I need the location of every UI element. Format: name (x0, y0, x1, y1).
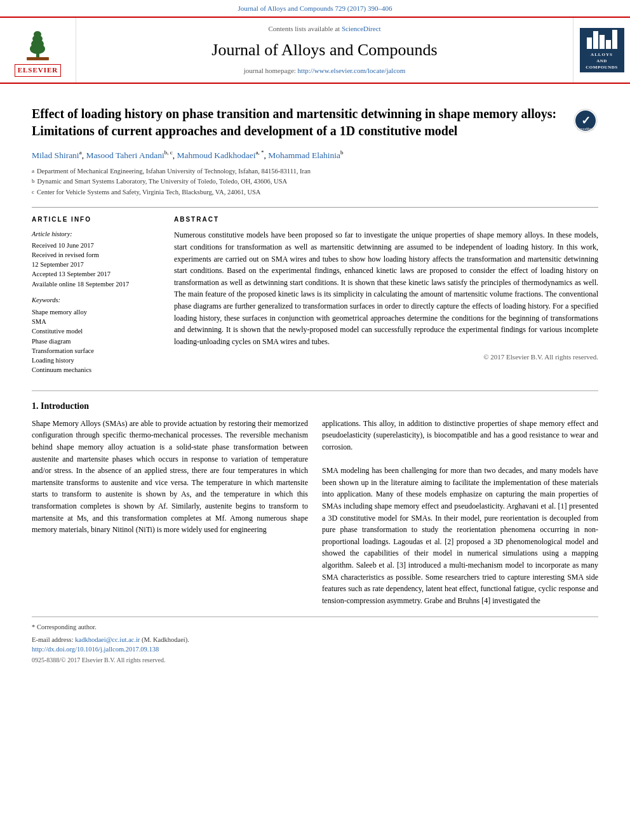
author-1: Milad Shirani (32, 150, 79, 159)
date-online: Available online 18 September 2017 (32, 279, 159, 289)
citation-bar: Journal of Alloys and Compounds 729 (201… (0, 0, 630, 18)
kw-1: Shape memory alloy (32, 307, 159, 317)
alloys-logo-box: ALLOYS AND COMPOUNDS (580, 28, 624, 72)
date-revised: 12 September 2017 (32, 260, 159, 269)
date-received: Received 10 June 2017 (32, 241, 159, 250)
corresponding-email-link[interactable]: kadkhodaei@cc.iut.ac.ir (75, 636, 140, 643)
doi-link[interactable]: http://dx.doi.org/10.1016/j.jallcom.2017… (32, 646, 159, 653)
journal-header: ELSEVIER Contents lists available at Sci… (0, 18, 630, 84)
svg-text:CrossMark: CrossMark (577, 127, 594, 131)
elsevier-tree-icon (14, 23, 62, 62)
kw-3: Constitutive model (32, 326, 159, 336)
article-info-col: ARTICLE INFO Article history: Received 1… (32, 215, 159, 382)
journal-homepage-link[interactable]: http://www.elsevier.com/locate/jalcom (298, 67, 406, 74)
svg-point-4 (34, 31, 41, 37)
logo-bar-2 (593, 31, 598, 49)
section-divider (32, 390, 598, 391)
page-footer: * Corresponding author. E-mail address: … (32, 617, 598, 665)
affil-2: b Dynamic and Smart Systems Laboratory, … (32, 177, 598, 187)
article-info-heading: ARTICLE INFO (32, 215, 159, 225)
corresponding-note: * Corresponding author. (32, 622, 598, 632)
logo-bar-4 (606, 40, 611, 49)
abstract-text: Numerous constitutive models have been p… (174, 229, 598, 347)
keywords-group: Keywords: Shape memory alloy SMA Constit… (32, 295, 159, 375)
logo-line-3: COMPOUNDS (586, 64, 617, 70)
sciencedirect-link[interactable]: ScienceDirect (342, 25, 381, 32)
journal-title: Journal of Alloys and Compounds (211, 38, 437, 62)
author-3: Mahmoud Kadkhodaei (177, 150, 255, 159)
issn-line: 0925-8388/© 2017 Elsevier B.V. All right… (32, 656, 598, 665)
kw-6: Loading history (32, 356, 159, 365)
crossmark-icon: ✓ CrossMark (573, 108, 598, 133)
abstract-heading: ABSTRACT (174, 215, 598, 225)
logo-bar-5 (612, 30, 617, 49)
affil-1: a Department of Mechanical Engineering, … (32, 166, 598, 177)
article-title-block: Effect of loading history on phase trans… (32, 105, 598, 140)
author-2: Masood Taheri Andani (86, 150, 164, 159)
affil-3: c Center for Vehicle Systems and Safety,… (32, 187, 598, 198)
journal-center-info: Contents lists available at ScienceDirec… (76, 18, 573, 83)
abstract-col: ABSTRACT Numerous constitutive models ha… (174, 215, 598, 382)
logo-bar-3 (600, 35, 605, 49)
article-title-text: Effect of loading history on phase trans… (32, 105, 573, 140)
keywords-label: Keywords: (32, 295, 159, 305)
copyright-line: © 2017 Elsevier B.V. All rights reserved… (174, 352, 598, 363)
intro-right-col: applications. This alloy, in addition to… (322, 418, 598, 607)
elsevier-wordmark: ELSEVIER (15, 64, 62, 77)
authors-line: Milad Shirania, Masood Taheri Andanib, c… (32, 149, 598, 161)
history-label: Article history: (32, 229, 159, 239)
sciencedirect-line: Contents lists available at ScienceDirec… (268, 24, 380, 34)
elsevier-logo: ELSEVIER (14, 23, 62, 77)
logo-bar-1 (587, 37, 592, 49)
svg-rect-5 (27, 57, 49, 60)
elsevier-logo-area: ELSEVIER (0, 18, 76, 83)
kw-5: Transformation surface (32, 346, 159, 356)
article-content: Effect of loading history on phase trans… (0, 84, 630, 607)
doi-line: http://dx.doi.org/10.1016/j.jallcom.2017… (32, 644, 598, 654)
svg-text:✓: ✓ (581, 114, 591, 127)
kw-2: SMA (32, 317, 159, 326)
logo-line-1: ALLOYS (591, 51, 613, 58)
journal-logo-right: ALLOYS AND COMPOUNDS (573, 18, 630, 83)
date-accepted: Accepted 13 September 2017 (32, 269, 159, 279)
date-revised-label: Received in revised form (32, 250, 159, 260)
intro-left-col: Shape Memory Alloys (SMAs) are able to p… (32, 418, 308, 607)
article-history-group: Article history: Received 10 June 2017 R… (32, 229, 159, 288)
kw-7: Continuum mechanics (32, 365, 159, 375)
author-4: Mohammad Elahinia (268, 150, 340, 159)
logo-line-2: AND (596, 58, 607, 64)
introduction-section: 1. Introduction Shape Memory Alloys (SMA… (32, 400, 598, 607)
affiliations-block: a Department of Mechanical Engineering, … (32, 166, 598, 198)
citation-text: Journal of Alloys and Compounds 729 (201… (238, 4, 392, 12)
email-line: E-mail address: kadkhodaei@cc.iut.ac.ir … (32, 635, 598, 644)
article-info-abstract-section: ARTICLE INFO Article history: Received 1… (32, 207, 598, 382)
intro-columns: Shape Memory Alloys (SMAs) are able to p… (32, 418, 598, 607)
kw-4: Phase diagram (32, 337, 159, 346)
introduction-heading: 1. Introduction (32, 400, 598, 413)
journal-homepage-line: journal homepage: http://www.elsevier.co… (244, 66, 406, 76)
logo-bars (587, 30, 617, 49)
